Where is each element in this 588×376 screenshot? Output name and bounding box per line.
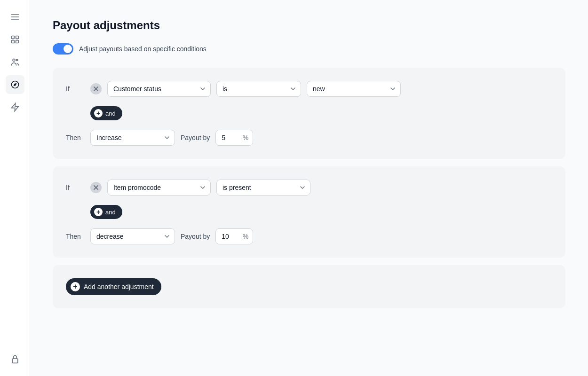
action-select-2[interactable]: Increase decrease: [90, 228, 175, 244]
svg-marker-11: [11, 103, 18, 111]
svg-marker-10: [13, 83, 16, 86]
and-row-2: + and: [66, 205, 552, 219]
sidebar-item-menu[interactable]: [6, 8, 24, 26]
then-label-1: Then: [66, 134, 85, 141]
svg-rect-4: [16, 36, 18, 39]
payout-label-2: Payout by: [181, 233, 210, 240]
add-adjustment-card: + Add another adjustment: [53, 265, 565, 308]
and-plus-icon-2: +: [94, 208, 103, 216]
operator-select-2[interactable]: is present is not present equals: [216, 180, 310, 196]
and-plus-icon-1: +: [94, 109, 103, 118]
adjust-toggle[interactable]: [53, 43, 73, 55]
and-button-2[interactable]: + and: [90, 205, 122, 219]
sidebar: [0, 0, 30, 376]
payout-input-wrap-2: %: [215, 228, 253, 244]
action-select-1[interactable]: Increase Decrease: [90, 130, 175, 146]
payout-input-wrap-1: %: [215, 130, 253, 146]
condition-row-2: If Customer status Item promocode Order …: [66, 180, 552, 196]
svg-point-8: [16, 59, 17, 61]
remove-condition-2[interactable]: [90, 182, 102, 193]
sidebar-item-lock[interactable]: [6, 350, 24, 368]
and-button-1[interactable]: + and: [90, 106, 122, 120]
add-adjustment-button[interactable]: + Add another adjustment: [66, 278, 161, 295]
condition-row-1: If Customer status Item promocode Order …: [66, 81, 552, 97]
if-label-2: If: [66, 184, 85, 191]
then-row-2: Then Increase decrease Payout by %: [66, 228, 552, 244]
then-label-2: Then: [66, 233, 85, 240]
operator-select-1[interactable]: is is not contains: [216, 81, 301, 97]
and-label-1: and: [105, 110, 116, 117]
value-select-1[interactable]: new returning vip: [307, 81, 401, 97]
sidebar-item-users[interactable]: [6, 53, 24, 71]
main-content: Payout adjustments Adjust payouts based …: [30, 0, 588, 376]
condition-select-2[interactable]: Customer status Item promocode Order tot…: [107, 180, 211, 196]
adjustment-card-1: If Customer status Item promocode Order …: [53, 68, 565, 159]
condition-select-1[interactable]: Customer status Item promocode Order tot…: [107, 81, 211, 97]
svg-rect-3: [11, 36, 14, 39]
and-label-2: and: [105, 209, 116, 216]
svg-point-7: [13, 59, 15, 61]
if-label-1: If: [66, 85, 85, 93]
payout-label-1: Payout by: [181, 134, 210, 141]
svg-rect-12: [12, 359, 18, 363]
toggle-label: Adjust payouts based on specific conditi…: [79, 45, 207, 53]
adjustment-card-2: If Customer status Item promocode Order …: [53, 166, 565, 258]
sidebar-item-bolt[interactable]: [6, 98, 24, 117]
add-button-label: Add another adjustment: [84, 283, 154, 290]
remove-condition-1[interactable]: [90, 83, 102, 94]
svg-rect-6: [16, 40, 18, 43]
add-plus-icon: +: [71, 282, 80, 291]
svg-rect-5: [11, 40, 14, 43]
sidebar-item-compass[interactable]: [6, 75, 24, 94]
payout-input-2[interactable]: [215, 228, 253, 244]
sidebar-item-grid[interactable]: [6, 30, 24, 49]
toggle-row: Adjust payouts based on specific conditi…: [53, 43, 565, 55]
payout-input-1[interactable]: [215, 130, 253, 146]
and-row-1: + and: [66, 106, 552, 120]
then-row-1: Then Increase Decrease Payout by %: [66, 130, 552, 146]
page-title: Payout adjustments: [53, 19, 565, 32]
